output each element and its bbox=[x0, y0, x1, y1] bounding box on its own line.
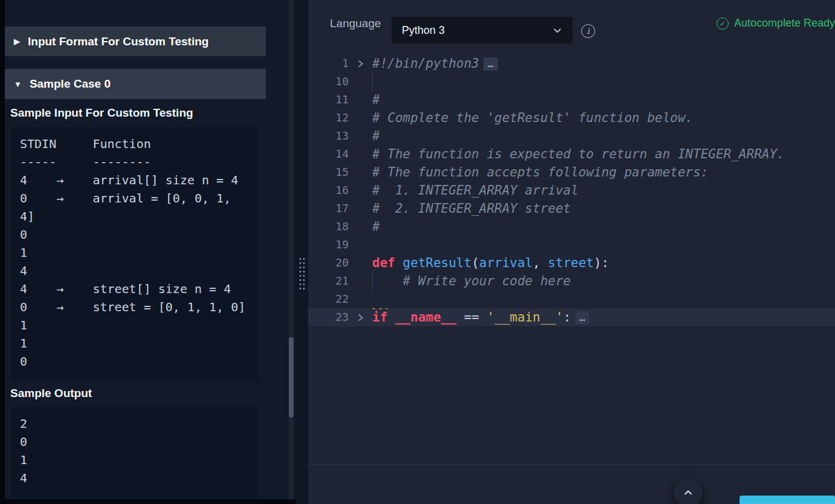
code-text-line: 1 bbox=[20, 334, 249, 352]
line-number: 23 bbox=[308, 308, 349, 326]
code-text-line: 1 bbox=[20, 244, 249, 262]
scroll-to-top-button[interactable] bbox=[674, 478, 703, 504]
code-token: def bbox=[372, 256, 395, 270]
editor-line-10[interactable]: 10 bbox=[308, 73, 835, 91]
triangle-right-icon: ▶ bbox=[14, 37, 20, 46]
autocomplete-status[interactable]: ✓ Autocomplete Ready bbox=[717, 0, 835, 47]
code-content[interactable]: if __name__ == '__main__':… bbox=[372, 308, 835, 326]
editor-line-19[interactable]: 19 bbox=[308, 236, 835, 254]
code-content[interactable]: # Complete the 'getResult' function belo… bbox=[372, 109, 835, 127]
editor-line-17[interactable]: 17# 2. INTEGER_ARRAY street bbox=[308, 199, 835, 218]
chevron-up-icon bbox=[682, 486, 694, 499]
line-number: 14 bbox=[308, 145, 349, 163]
editor-line-1[interactable]: 1#!/bin/python3… bbox=[308, 54, 835, 73]
code-content[interactable]: # 1. INTEGER_ARRAY arrival bbox=[372, 181, 835, 199]
line-number: 11 bbox=[308, 91, 349, 109]
fold-chevron-icon[interactable] bbox=[349, 54, 372, 73]
scrollbar-thumb[interactable] bbox=[289, 337, 294, 418]
fold-gutter bbox=[349, 127, 372, 145]
editor-line-13[interactable]: 13# bbox=[308, 127, 835, 145]
editor-line-20[interactable]: 20def getResult(arrival, street): bbox=[308, 254, 835, 272]
code-content[interactable]: # The function accepts following paramet… bbox=[372, 163, 835, 181]
editor-line-12[interactable]: 12# Complete the 'getResult' function be… bbox=[308, 109, 835, 127]
code-token: # 1. INTEGER_ARRAY arrival bbox=[372, 183, 578, 198]
line-number: 13 bbox=[308, 127, 349, 145]
language-select[interactable]: Python 3 bbox=[392, 17, 573, 44]
fold-gutter bbox=[349, 199, 372, 218]
code-content[interactable]: # Write your code here bbox=[372, 272, 835, 290]
code-token: # bbox=[372, 92, 380, 107]
code-text-line: 4 → arrival[] size n = 4 bbox=[20, 171, 249, 189]
code-content[interactable]: # The function is expected to return an … bbox=[372, 145, 835, 163]
folded-code-ellipsis[interactable]: … bbox=[483, 57, 498, 71]
code-text-line: 0 → street = [0, 1, 1, 0] bbox=[20, 298, 249, 316]
code-content[interactable]: # bbox=[372, 127, 835, 145]
code-content[interactable]: # 2. INTEGER_ARRAY street bbox=[372, 199, 835, 218]
code-content[interactable]: # bbox=[372, 218, 835, 236]
fold-gutter bbox=[349, 91, 372, 109]
editor-line-23[interactable]: 23if __name__ == '__main__':… bbox=[308, 308, 835, 326]
code-token: # The function accepts following paramet… bbox=[372, 165, 708, 179]
code-text-line: 1 bbox=[20, 316, 249, 334]
left-panel-scrollbar[interactable] bbox=[289, 0, 294, 499]
code-text-line: STDIN Function bbox=[20, 135, 249, 153]
editor-line-14[interactable]: 14# The function is expected to return a… bbox=[308, 145, 835, 163]
section-label: Sample Case 0 bbox=[30, 77, 111, 91]
editor-line-15[interactable]: 15# The function accepts following param… bbox=[308, 163, 835, 181]
code-content[interactable] bbox=[372, 290, 835, 308]
code-text-line: 0 bbox=[20, 352, 249, 370]
info-icon[interactable]: i bbox=[581, 24, 595, 38]
code-token: # Write your code here bbox=[372, 274, 571, 288]
drag-handle-icon[interactable] bbox=[298, 257, 306, 292]
code-content[interactable] bbox=[372, 236, 835, 254]
code-editor-panel: Language Python 3 i ✓ Autocomplete Ready… bbox=[308, 0, 835, 504]
editor-line-21[interactable]: 21 # Write your code here bbox=[308, 272, 835, 290]
code-token: getResult bbox=[403, 256, 472, 270]
code-token: if bbox=[372, 310, 387, 325]
language-label: Language bbox=[330, 0, 381, 47]
code-token: # Complete the 'getResult' function belo… bbox=[372, 111, 693, 125]
fold-gutter bbox=[349, 145, 372, 163]
editor-lines[interactable]: 1#!/bin/python3…1011#12# Complete the 'g… bbox=[308, 54, 835, 326]
editor-line-16[interactable]: 16# 1. INTEGER_ARRAY arrival bbox=[308, 181, 835, 199]
fold-gutter bbox=[349, 218, 372, 236]
code-content[interactable] bbox=[372, 73, 835, 91]
code-text-line: ----- -------- bbox=[20, 153, 249, 171]
editor-line-18[interactable]: 18# bbox=[308, 218, 835, 236]
fold-gutter bbox=[349, 109, 372, 127]
code-token: ): bbox=[594, 256, 609, 270]
code-token: arrival bbox=[479, 256, 533, 270]
code-content[interactable]: # bbox=[372, 91, 835, 109]
code-token: #!/bin/python3 bbox=[372, 56, 479, 71]
language-selected-value: Python 3 bbox=[402, 24, 445, 37]
fold-gutter bbox=[349, 272, 372, 290]
sample-output-block: 2014 bbox=[10, 407, 259, 499]
section-input-format[interactable]: ▶ Input Format For Custom Testing bbox=[5, 27, 266, 56]
line-number: 17 bbox=[308, 199, 349, 218]
code-token: street bbox=[548, 256, 594, 270]
code-text-line: 0 bbox=[20, 225, 249, 244]
line-number: 21 bbox=[308, 272, 349, 290]
line-number: 15 bbox=[308, 163, 349, 181]
code-text-line: 4 → street[] size n = 4 bbox=[20, 280, 249, 298]
section-sample-case-0[interactable]: ▼ Sample Case 0 bbox=[5, 69, 266, 99]
code-text-line: 4 bbox=[20, 262, 249, 280]
triangle-down-icon: ▼ bbox=[14, 80, 22, 89]
fold-gutter bbox=[349, 181, 372, 199]
run-code-button-partial[interactable] bbox=[740, 496, 835, 504]
line-number: 10 bbox=[308, 73, 349, 91]
code-token: : bbox=[563, 310, 571, 325]
code-content[interactable]: #!/bin/python3… bbox=[372, 54, 835, 73]
code-token: == bbox=[456, 310, 487, 325]
code-token: '__main__' bbox=[487, 310, 563, 325]
section-label: Input Format For Custom Testing bbox=[28, 35, 208, 48]
folded-code-ellipsis[interactable]: … bbox=[575, 311, 590, 325]
editor-line-11[interactable]: 11# bbox=[308, 91, 835, 109]
editor-line-22[interactable]: 22 bbox=[308, 290, 835, 308]
code-text-line: 2 bbox=[20, 415, 249, 433]
custom-testing-panel: ▶ Input Format For Custom Testing ▼ Samp… bbox=[5, 0, 296, 499]
fold-chevron-icon[interactable] bbox=[349, 308, 372, 326]
pane-resizer[interactable] bbox=[296, 0, 308, 504]
code-text-line: 0 bbox=[20, 433, 249, 451]
code-content[interactable]: def getResult(arrival, street): bbox=[372, 254, 835, 272]
